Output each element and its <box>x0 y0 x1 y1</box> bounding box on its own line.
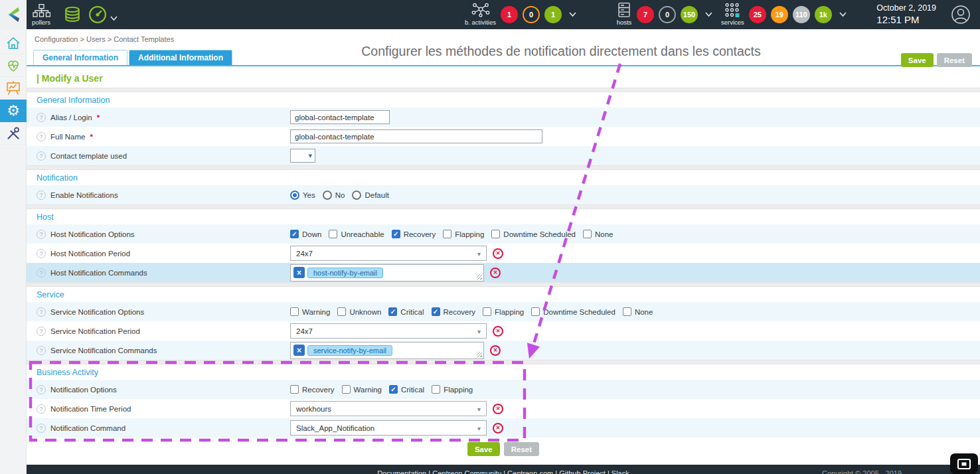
clear-field-icon[interactable] <box>493 423 503 434</box>
screenshot-button[interactable] <box>950 453 978 474</box>
contact-template-select[interactable] <box>290 149 315 163</box>
checkbox-label[interactable]: Flapping <box>444 386 473 394</box>
database-icon[interactable] <box>63 5 82 27</box>
checkbox-label[interactable]: Critical <box>401 386 424 394</box>
checkbox-down[interactable] <box>290 230 299 238</box>
services-ok-badge[interactable]: 1k <box>815 6 832 23</box>
save-button-bottom[interactable]: Save <box>467 442 500 456</box>
checkbox-critical[interactable] <box>389 385 398 394</box>
help-icon[interactable] <box>37 404 46 414</box>
centreon-logo[interactable] <box>0 0 27 29</box>
checkbox-label[interactable]: Flapping <box>455 230 484 238</box>
sidebar-item-home[interactable] <box>0 32 27 54</box>
gauge-icon[interactable] <box>88 5 107 27</box>
checkbox-none[interactable] <box>623 307 631 316</box>
save-button[interactable]: Save <box>901 53 934 67</box>
user-profile-button[interactable] <box>951 5 971 27</box>
help-icon[interactable] <box>37 230 46 239</box>
ba-notification-command-select[interactable]: Slack_App_Notification <box>290 420 487 435</box>
checkbox-label[interactable]: Recovery <box>302 386 335 394</box>
clear-field-icon[interactable] <box>493 326 503 337</box>
checkbox-flapping[interactable] <box>432 385 440 394</box>
help-icon[interactable] <box>37 113 46 122</box>
command-tag[interactable]: service-notify-by-email <box>307 345 392 356</box>
checkbox-label[interactable]: None <box>595 230 613 238</box>
checkbox-recovery[interactable] <box>392 230 400 238</box>
radio-no[interactable] <box>323 191 332 200</box>
services-menu[interactable]: services <box>721 3 744 26</box>
checkbox-flapping[interactable] <box>443 230 451 238</box>
help-icon[interactable] <box>37 307 46 317</box>
help-icon[interactable] <box>37 327 46 336</box>
radio-label[interactable]: No <box>335 191 345 199</box>
hosts-chevron-icon[interactable] <box>705 12 712 17</box>
sidebar-item-reporting[interactable] <box>0 77 27 100</box>
checkbox-label[interactable]: Downtime Scheduled <box>503 230 576 238</box>
radio-label[interactable]: Default <box>365 191 388 199</box>
reset-button[interactable]: Reset <box>937 53 972 67</box>
services-warning-badge[interactable]: 19 <box>771 6 788 23</box>
hosts-up-badge[interactable]: 150 <box>681 6 698 23</box>
tab-additional-information[interactable]: Additional Information <box>129 50 232 65</box>
checkbox-critical[interactable] <box>388 307 397 316</box>
checkbox-recovery[interactable] <box>290 385 299 394</box>
checkbox-unreachable[interactable] <box>329 230 337 238</box>
hosts-menu[interactable]: hosts <box>616 3 632 26</box>
checkbox-label[interactable]: Flapping <box>495 308 524 316</box>
help-icon[interactable] <box>37 385 46 394</box>
hosts-unreachable-badge[interactable]: 0 <box>659 6 676 23</box>
ba-menu[interactable]: b. activities <box>465 3 496 26</box>
clear-field-icon[interactable] <box>490 345 501 356</box>
checkbox-warning[interactable] <box>290 307 299 316</box>
checkbox-label[interactable]: Downtime Scheduled <box>543 308 615 316</box>
pollers-menu[interactable]: pollers <box>32 4 50 26</box>
checkbox-label[interactable]: Warning <box>302 308 330 316</box>
ba-warning-badge[interactable]: 0 <box>523 6 540 23</box>
checkbox-label[interactable]: Warning <box>354 386 382 394</box>
breadcrumb[interactable]: Configuration > Users > Contact Template… <box>27 29 980 45</box>
checkbox-downtime-scheduled[interactable] <box>491 230 500 238</box>
reset-button-bottom[interactable]: Reset <box>504 442 539 456</box>
checkbox-none[interactable] <box>583 230 592 238</box>
help-icon[interactable] <box>37 249 46 258</box>
ba-ok-badge[interactable]: 1 <box>544 6 562 23</box>
checkbox-label[interactable]: Down <box>302 230 321 238</box>
checkbox-label[interactable]: Recovery <box>444 308 476 316</box>
checkbox-label[interactable]: Unreachable <box>341 230 384 238</box>
host-notification-commands-input[interactable]: host-notify-by-email <box>290 264 484 281</box>
hosts-down-badge[interactable]: 7 <box>637 6 654 23</box>
clear-field-icon[interactable] <box>490 268 501 278</box>
poller-dropdown-chevron-icon[interactable] <box>110 12 118 24</box>
help-icon[interactable] <box>37 132 46 141</box>
help-icon[interactable] <box>37 151 46 161</box>
sidebar-item-configuration[interactable] <box>0 100 27 122</box>
services-critical-badge[interactable]: 25 <box>749 6 766 23</box>
help-icon[interactable] <box>37 191 46 200</box>
ba-critical-badge[interactable]: 1 <box>501 6 518 23</box>
help-icon[interactable] <box>37 424 46 433</box>
help-icon[interactable] <box>37 268 46 277</box>
clear-field-icon[interactable] <box>493 404 503 414</box>
remove-tag-icon[interactable] <box>293 267 305 278</box>
checkbox-unknown[interactable] <box>337 307 346 316</box>
radio-yes[interactable] <box>290 191 299 200</box>
checkbox-warning[interactable] <box>342 385 351 394</box>
services-chevron-icon[interactable] <box>839 12 847 17</box>
clear-field-icon[interactable] <box>493 248 503 259</box>
host-notification-period-select[interactable]: 24x7 <box>290 246 487 261</box>
checkbox-flapping[interactable] <box>483 307 491 316</box>
radio-default[interactable] <box>352 191 361 200</box>
ba-chevron-icon[interactable] <box>569 12 576 17</box>
service-notification-period-select[interactable]: 24x7 <box>290 323 487 339</box>
checkbox-label[interactable]: Recovery <box>404 230 436 238</box>
checkbox-downtime-scheduled[interactable] <box>531 307 540 316</box>
help-icon[interactable] <box>37 346 46 355</box>
sidebar-item-monitoring[interactable] <box>0 54 27 77</box>
full-name-input[interactable] <box>290 129 542 143</box>
tab-general-information[interactable]: General Information <box>33 50 127 65</box>
sidebar-item-administration[interactable] <box>0 122 27 145</box>
radio-label[interactable]: Yes <box>303 191 315 199</box>
command-tag[interactable]: host-notify-by-email <box>307 268 383 278</box>
checkbox-recovery[interactable] <box>432 307 440 316</box>
services-unknown-badge[interactable]: 110 <box>793 6 810 23</box>
